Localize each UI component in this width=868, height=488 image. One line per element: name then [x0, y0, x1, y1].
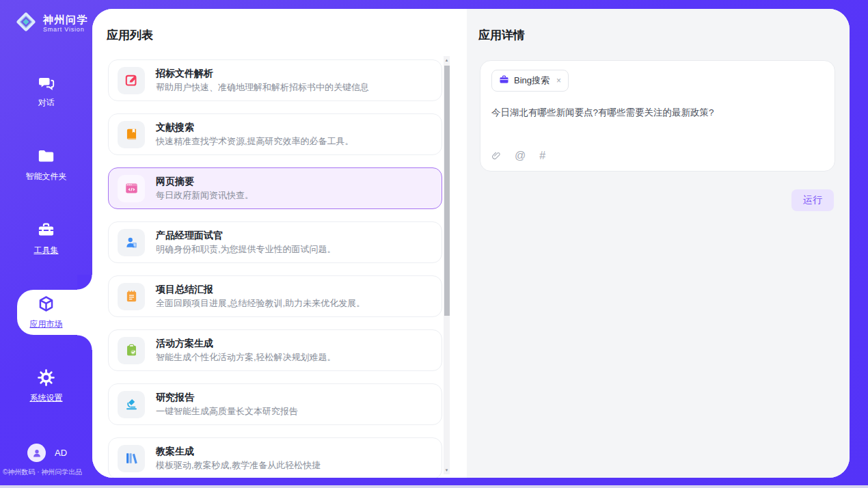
sidebar-item-label: 智能文件夹: [26, 171, 67, 182]
app-title: 产品经理面试官: [156, 230, 336, 241]
scrollbar[interactable]: ▲ ▼: [444, 56, 450, 474]
composer-toolbar: @ #: [491, 150, 824, 162]
edit-square-icon: [118, 67, 145, 94]
run-button[interactable]: 运行: [791, 189, 834, 211]
clipboard-check-icon: [118, 337, 145, 364]
user-avatar-icon: [27, 444, 46, 462]
copyright-footer: ©神州数码 · 神州问学出品: [3, 467, 92, 477]
app-list-item-research-report[interactable]: 研究报告一键智能生成高质量长文本研究报告: [108, 383, 442, 425]
scrollbar-thumb[interactable]: [444, 66, 450, 316]
app-title: 招标文件解析: [156, 68, 369, 79]
sidebar-item-label: 对话: [38, 97, 55, 109]
sidebar-nav: 对话智能文件夹工具集应用市场系统设置: [0, 65, 92, 434]
app-list: 招标文件解析帮助用户快速、准确地理解和解析招标书中的关键信息文献搜索快速精准查找…: [108, 59, 442, 478]
app-description: 每日政府新闻资讯快查。: [156, 191, 254, 200]
app-description: 明确身份和职责,为您提供专业性的面试问题。: [156, 245, 336, 254]
app-list-item-pm-interviewer[interactable]: 产品经理面试官明确身份和职责,为您提供专业性的面试问题。: [108, 221, 442, 263]
app-detail-panel: 应用详情 Bing搜索 × 今日湖北有哪些新闻要点?有哪些需要关注的最新政策?: [467, 9, 850, 478]
folder-icon: [37, 147, 55, 165]
scroll-up-icon[interactable]: ▲: [444, 56, 450, 64]
brand-logo: 神州问学 Smart Vision: [13, 9, 88, 38]
sidebar-item-chat[interactable]: 对话: [0, 65, 92, 117]
mention-icon[interactable]: @: [515, 150, 526, 162]
main-panel: 应用列表 招标文件解析帮助用户快速、准确地理解和解析招标书中的关键信息文献搜索快…: [92, 9, 850, 478]
microscope-icon: [118, 391, 145, 418]
app-title: 活动方案生成: [156, 338, 336, 349]
app-description: 快速精准查找学术资源,提高研究效率的必备工具。: [156, 137, 354, 146]
briefcase-icon: [499, 74, 509, 87]
tool-tag-bing[interactable]: Bing搜索 ×: [491, 70, 569, 92]
sidebar-item-app-market[interactable]: 应用市场: [0, 286, 92, 338]
sidebar-item-label: 系统设置: [30, 392, 63, 404]
sidebar-item-toolkit[interactable]: 工具集: [0, 213, 92, 265]
brand-gem-icon: [13, 9, 39, 38]
brand-subtitle: Smart Vision: [43, 26, 88, 33]
app-list-title: 应用列表: [107, 27, 467, 43]
app-list-item-lesson-plan[interactable]: 教案生成模板驱动,教案秒成,教学准备从此轻松快捷: [108, 437, 442, 478]
attachment-icon[interactable]: [491, 150, 501, 162]
app-list-item-literature-search[interactable]: 文献搜索快速精准查找学术资源,提高研究效率的必备工具。: [108, 113, 442, 155]
app-description: 帮助用户快速、准确地理解和解析招标书中的关键信息: [156, 83, 369, 92]
cube-icon: [37, 295, 55, 313]
app-detail-title: 应用详情: [478, 27, 850, 43]
app-title: 研究报告: [156, 392, 298, 403]
sidebar: 神州问学 Smart Vision 对话智能文件夹工具集应用市场系统设置 AD …: [0, 0, 92, 488]
toolbox-icon: [37, 221, 55, 239]
app-description: 全面回顾项目进展,总结经验教训,助力未来优化发展。: [156, 299, 365, 308]
books-icon: [118, 445, 145, 472]
scroll-down-icon[interactable]: ▼: [444, 466, 450, 474]
chat-icon: [37, 73, 55, 92]
sidebar-item-smart-folder[interactable]: 智能文件夹: [0, 139, 92, 191]
run-row: 运行: [467, 189, 834, 211]
app-list-panel: 应用列表 招标文件解析帮助用户快速、准确地理解和解析招标书中的关键信息文献搜索快…: [92, 9, 467, 478]
interviewer-icon: [118, 229, 145, 256]
query-text[interactable]: 今日湖北有哪些新闻要点?有哪些需要关注的最新政策?: [491, 106, 824, 150]
user-account[interactable]: AD: [27, 444, 67, 462]
bottom-strip: [0, 485, 868, 488]
gear-icon: [37, 368, 55, 387]
book-icon: [118, 121, 145, 148]
app-list-item-project-summary[interactable]: 项目总结汇报全面回顾项目进展,总结经验教训,助力未来优化发展。: [108, 275, 442, 317]
sidebar-item-label: 应用市场: [30, 318, 63, 330]
notebook-icon: [118, 283, 145, 310]
browser-code-icon: [118, 175, 145, 202]
app-list-item-bid-analysis[interactable]: 招标文件解析帮助用户快速、准确地理解和解析招标书中的关键信息: [108, 59, 442, 101]
app-title: 教案生成: [156, 446, 321, 457]
app-description: 一键智能生成高质量长文本研究报告: [156, 407, 298, 416]
app-description: 智能生成个性化活动方案,轻松解决规划难题。: [156, 353, 336, 362]
sidebar-item-settings[interactable]: 系统设置: [0, 360, 92, 412]
app-description: 模板驱动,教案秒成,教学准备从此轻松快捷: [156, 461, 321, 470]
hash-icon[interactable]: #: [539, 150, 545, 162]
app-title: 文献搜索: [156, 122, 354, 133]
remove-tag-icon[interactable]: ×: [556, 76, 561, 85]
sidebar-item-label: 工具集: [34, 245, 59, 256]
app-list-item-event-plan[interactable]: 活动方案生成智能生成个性化活动方案,轻松解决规划难题。: [108, 329, 442, 371]
app-title: 项目总结汇报: [156, 284, 365, 295]
app-title: 网页摘要: [156, 176, 254, 187]
brand-title: 神州问学: [43, 14, 88, 26]
app-list-item-web-summary[interactable]: 网页摘要每日政府新闻资讯快查。: [108, 167, 442, 209]
prompt-card[interactable]: Bing搜索 × 今日湖北有哪些新闻要点?有哪些需要关注的最新政策? @ #: [480, 60, 835, 172]
tool-tag-label: Bing搜索: [514, 74, 550, 87]
user-name: AD: [55, 448, 67, 458]
